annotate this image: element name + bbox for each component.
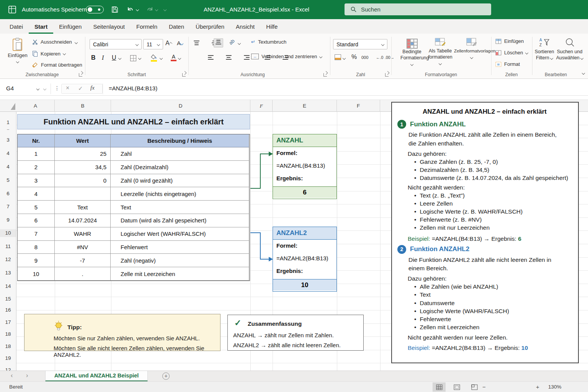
cell-styles-button[interactable]: Zellenformatvorlagen: [454, 38, 489, 60]
cancel-icon[interactable]: ×: [66, 85, 69, 91]
zoom-out-button[interactable]: −: [482, 384, 486, 390]
row-header[interactable]: 11: [0, 243, 16, 250]
tab-datei[interactable]: Datei: [4, 19, 29, 34]
select-all-corner[interactable]: [0, 100, 16, 112]
autosave-toggle[interactable]: [86, 6, 104, 13]
copy-button[interactable]: Kopieren: [32, 51, 65, 57]
insert-cells-button[interactable]: Einfügen: [495, 38, 524, 44]
tab-ueberpruefen[interactable]: Überprüfen: [190, 19, 230, 34]
row-header[interactable]: 18: [0, 343, 16, 350]
row-header[interactable]: 12: [0, 256, 16, 263]
sort-filter-button[interactable]: AZ SortierenFiltern: [534, 38, 555, 61]
row-header[interactable]: 4: [0, 150, 16, 157]
find-select-button[interactable]: Suchen undAuswählen: [556, 38, 583, 61]
quick-access-dropdown-icon[interactable]: [163, 8, 167, 11]
tab-formeln[interactable]: Formeln: [131, 19, 163, 34]
borders-dropdown-icon[interactable]: [138, 57, 141, 60]
row-header[interactable]: 19: [0, 354, 16, 362]
column-header-f-narrow[interactable]: F: [250, 100, 273, 112]
tab-hilfe[interactable]: Hilfe: [260, 19, 283, 34]
tab-ansicht[interactable]: Ansicht: [230, 19, 260, 34]
conditional-formatting-button[interactable]: BedingteFormatierung: [400, 38, 423, 67]
comma-style-button[interactable]: 000: [361, 55, 368, 60]
fill-color-dropdown-icon[interactable]: [160, 57, 163, 60]
formula-input[interactable]: =ANZAHL(B4:B13): [109, 85, 157, 91]
add-sheet-button[interactable]: +: [162, 372, 170, 380]
percent-style-button[interactable]: %: [351, 54, 357, 60]
tab-seitenlayout[interactable]: Seitenlayout: [87, 19, 131, 34]
tab-daten[interactable]: Daten: [163, 19, 190, 34]
font-dialog-launcher-icon[interactable]: [182, 73, 186, 77]
insert-function-icon[interactable]: fx: [90, 85, 95, 91]
row-header[interactable]: 5: [0, 176, 16, 184]
row-header-hidden[interactable]: –: [0, 126, 16, 133]
increase-decimal-button[interactable]: ←.0: [376, 55, 383, 60]
font-size-select[interactable]: 11: [143, 39, 163, 49]
page-break-view-icon[interactable]: [468, 382, 481, 392]
format-painter-button[interactable]: Format übertragen: [32, 62, 82, 68]
sheet-next-icon[interactable]: ›: [26, 372, 28, 379]
sheet-prev-icon[interactable]: ‹: [11, 372, 13, 379]
page-layout-view-icon[interactable]: [450, 382, 463, 392]
name-box-resize-icon[interactable]: [43, 87, 46, 90]
column-header-e[interactable]: E: [273, 100, 337, 112]
confirm-icon[interactable]: ✓: [78, 85, 83, 92]
italic-button[interactable]: I: [102, 54, 104, 61]
normal-view-icon[interactable]: [433, 382, 446, 392]
grow-font-button[interactable]: A: [165, 40, 172, 47]
row-header[interactable]: 18: [0, 330, 16, 338]
save-icon[interactable]: [111, 6, 119, 13]
column-header-a[interactable]: A: [16, 100, 55, 112]
column-header-f[interactable]: F: [337, 100, 380, 112]
font-name-select[interactable]: Calibri: [90, 39, 142, 49]
row-header[interactable]: 16: [0, 306, 16, 314]
accounting-dropdown-icon[interactable]: [343, 57, 346, 60]
decrease-decimal-button[interactable]: .00→: [385, 55, 394, 60]
delete-cells-button[interactable]: Löschen: [495, 50, 528, 56]
wrap-text-button[interactable]: ↵ Textumbruch: [251, 39, 286, 45]
row-header[interactable]: 17: [0, 318, 16, 326]
format-cells-button[interactable]: Format: [495, 61, 520, 67]
orientation-icon[interactable]: ab: [228, 38, 236, 46]
fill-color-button[interactable]: [151, 54, 158, 62]
row-header[interactable]: 7: [0, 203, 16, 211]
undo-dropdown-icon[interactable]: [136, 8, 139, 11]
align-bottom-icon[interactable]: [214, 38, 223, 47]
clipboard-dialog-launcher-icon[interactable]: [79, 73, 82, 77]
alignment-dialog-launcher-icon[interactable]: [323, 73, 327, 77]
redo-dropdown-icon[interactable]: [155, 8, 158, 11]
search-input[interactable]: Suchen: [345, 3, 491, 15]
borders-button[interactable]: [130, 55, 136, 61]
font-color-dropdown-icon[interactable]: [178, 57, 181, 60]
row-header[interactable]: 1: [0, 119, 16, 126]
underline-button[interactable]: U: [112, 54, 116, 61]
tab-start[interactable]: Start: [29, 19, 53, 34]
excel-app-icon[interactable]: [8, 5, 17, 14]
cut-dropdown-icon[interactable]: [75, 41, 78, 44]
undo-icon[interactable]: [126, 6, 134, 13]
zoom-level[interactable]: 130%: [548, 384, 562, 390]
align-right-icon[interactable]: [244, 55, 250, 60]
name-box-dropdown-icon[interactable]: [36, 87, 39, 90]
paste-button[interactable]: Einfügen: [8, 38, 28, 64]
align-top-icon[interactable]: [194, 41, 199, 46]
zoom-in-button[interactable]: +: [536, 384, 539, 390]
more-dots-icon[interactable]: ⋮: [54, 85, 60, 91]
tab-einfuegen[interactable]: Einfügen: [53, 19, 87, 34]
name-box[interactable]: G4: [6, 85, 14, 91]
row-header[interactable]: 15: [0, 295, 16, 303]
underline-dropdown-icon[interactable]: [118, 57, 121, 60]
row-header[interactable]: 10: [0, 229, 16, 237]
sheet-tab-active[interactable]: ANZAHL und ANZAHL2 Beispiel: [45, 371, 148, 382]
row-header[interactable]: 14: [0, 283, 16, 290]
merge-center-button[interactable]: ↔ Verbinden und zentrieren: [251, 54, 322, 59]
number-dialog-launcher-icon[interactable]: [385, 73, 389, 77]
number-format-select[interactable]: Standard: [333, 39, 387, 49]
column-header-d[interactable]: D: [111, 100, 250, 112]
orientation-dropdown-icon[interactable]: [238, 42, 241, 45]
row-header[interactable]: 3: [0, 136, 16, 144]
align-left-icon[interactable]: [208, 55, 214, 60]
format-as-table-button[interactable]: Als Tabelleformatieren: [428, 38, 452, 66]
cut-button[interactable]: Ausschneiden: [32, 39, 72, 45]
row-header[interactable]: 13: [0, 269, 16, 277]
